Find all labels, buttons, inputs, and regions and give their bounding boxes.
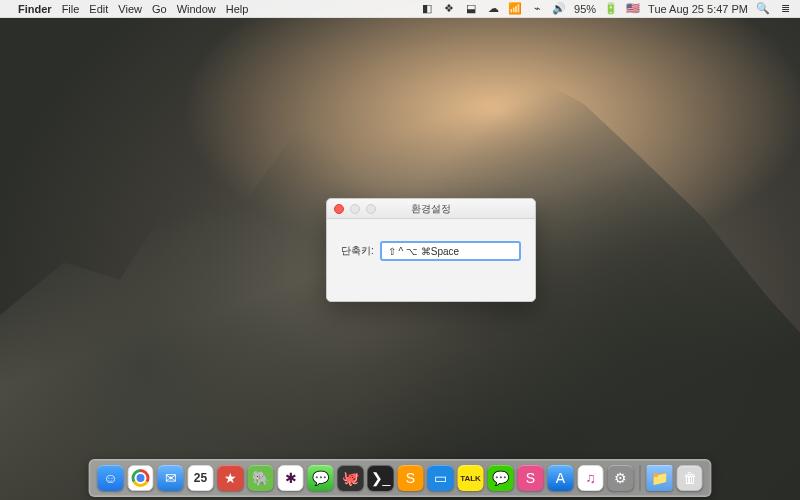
menubar-item-go[interactable]: Go — [152, 3, 167, 15]
dock-github-icon[interactable]: 🐙 — [338, 465, 364, 491]
dock-mail-icon[interactable]: ✉ — [158, 465, 184, 491]
cloud-icon[interactable]: ☁ — [486, 2, 500, 16]
menubar-item-view[interactable]: View — [118, 3, 142, 15]
dock-downloads-folder-icon[interactable]: 📁 — [647, 465, 673, 491]
kakao-label: TALK — [460, 474, 481, 483]
dock-terminal-icon[interactable]: ❯_ — [368, 465, 394, 491]
input-source-icon[interactable]: 🇺🇸 — [626, 2, 640, 15]
dock-skitch-icon[interactable]: S — [518, 465, 544, 491]
wifi-icon[interactable]: 📶 — [508, 2, 522, 16]
dock-evernote-icon[interactable]: 🐘 — [248, 465, 274, 491]
menubar-right: ◧ ❖ ⬓ ☁ 📶 ⌁ 🔊 95% 🔋 🇺🇸 Tue Aug 25 5:47 P… — [420, 2, 792, 16]
dock-trash-icon[interactable]: 🗑 — [677, 465, 703, 491]
dock-separator — [640, 465, 641, 491]
zoom-button[interactable] — [366, 204, 376, 214]
minimize-button[interactable] — [350, 204, 360, 214]
menubar-item-help[interactable]: Help — [226, 3, 249, 15]
menubar-extra-icon-3[interactable]: ⌁ — [530, 2, 544, 16]
window-titlebar[interactable]: 환경설정 — [327, 199, 535, 219]
menubar-left: Finder File Edit View Go Window Help — [8, 3, 248, 15]
dropbox-icon[interactable]: ⬓ — [464, 2, 478, 16]
battery-percentage[interactable]: 95% — [574, 3, 596, 15]
shortcut-input[interactable]: ⇧ ^ ⌥ ⌘Space — [380, 241, 521, 261]
dock-slack-icon[interactable]: ✱ — [278, 465, 304, 491]
calendar-day-number: 25 — [194, 472, 207, 484]
battery-icon[interactable]: 🔋 — [604, 2, 618, 16]
menubar-clock[interactable]: Tue Aug 25 5:47 PM — [648, 3, 748, 15]
shortcut-label: 단축키: — [341, 244, 374, 258]
dock-system-preferences-icon[interactable]: ⚙ — [608, 465, 634, 491]
dock-keynote-icon[interactable]: ▭ — [428, 465, 454, 491]
preferences-body: 단축키: ⇧ ^ ⌥ ⌘Space — [327, 219, 535, 283]
dock-line-icon[interactable]: 💬 — [488, 465, 514, 491]
dock-calendar-icon[interactable]: 25 — [188, 465, 214, 491]
window-title: 환경설정 — [411, 202, 451, 216]
dock-appstore-icon[interactable]: A — [548, 465, 574, 491]
dock-kakaotalk-icon[interactable]: TALK — [458, 465, 484, 491]
menubar-item-window[interactable]: Window — [177, 3, 216, 15]
dock-wunderlist-icon[interactable]: ★ — [218, 465, 244, 491]
menubar: Finder File Edit View Go Window Help ◧ ❖… — [0, 0, 800, 18]
menubar-extra-icon-1[interactable]: ◧ — [420, 2, 434, 16]
dock-chrome-icon[interactable] — [128, 465, 154, 491]
menubar-app-name[interactable]: Finder — [18, 3, 52, 15]
dock-messages-icon[interactable]: 💬 — [308, 465, 334, 491]
close-button[interactable] — [334, 204, 344, 214]
volume-icon[interactable]: 🔊 — [552, 2, 566, 16]
menubar-item-edit[interactable]: Edit — [89, 3, 108, 15]
dock-itunes-icon[interactable]: ♫ — [578, 465, 604, 491]
spotlight-icon[interactable]: 🔍 — [756, 2, 770, 16]
preferences-window: 환경설정 단축키: ⇧ ^ ⌥ ⌘Space — [326, 198, 536, 302]
menubar-item-file[interactable]: File — [62, 3, 80, 15]
menubar-extra-icon-2[interactable]: ❖ — [442, 2, 456, 16]
dock-finder-icon[interactable]: ☺ — [98, 465, 124, 491]
window-traffic-lights — [334, 204, 376, 214]
notification-center-icon[interactable]: ≣ — [778, 2, 792, 16]
dock: ☺ ✉ 25 ★ 🐘 ✱ 💬 🐙 ❯_ S ▭ TALK 💬 S A ♫ ⚙ 📁… — [89, 459, 712, 497]
dock-sublime-icon[interactable]: S — [398, 465, 424, 491]
shortcut-value: ⇧ ^ ⌥ ⌘Space — [388, 246, 459, 257]
